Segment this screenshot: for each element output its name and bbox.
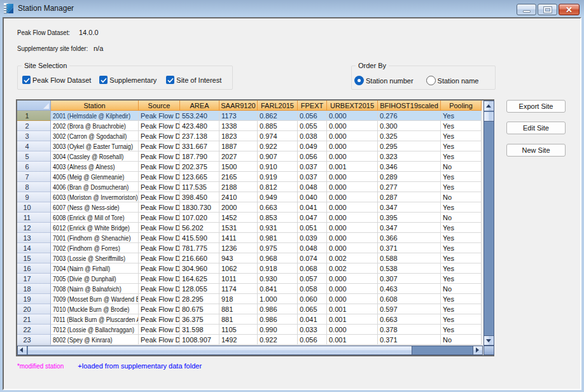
cell-farl[interactable]: 0.862 xyxy=(258,111,298,121)
cell-pooling[interactable]: No xyxy=(441,335,482,345)
cell-saar[interactable]: 2165 xyxy=(219,172,258,182)
cell-farl[interactable]: 0.841 xyxy=(258,284,298,294)
row-header[interactable]: 19 xyxy=(17,294,51,304)
cell-area[interactable]: 36.375 xyxy=(180,314,219,325)
table-row[interactable]: 197009 (Mosset Burn @ Wardend Bridge)Pea… xyxy=(17,294,482,304)
cell-area[interactable]: 216.660 xyxy=(180,253,219,263)
cell-station[interactable]: 3002 (Carron @ Sgodachail) xyxy=(51,131,139,141)
cell-urbext[interactable]: 0.000 xyxy=(327,131,378,141)
cell-area[interactable]: 331.667 xyxy=(180,141,219,151)
table-row[interactable]: 74005 (Meig @ Glenmeanie)Peak Flow Datas… xyxy=(17,172,482,182)
table-row[interactable]: 64003 (Alness @ Alness)Peak Flow Dataset… xyxy=(17,162,482,172)
row-header[interactable]: 17 xyxy=(17,274,51,284)
horizontal-scrollbar[interactable] xyxy=(17,346,483,355)
cell-saar[interactable]: 1174 xyxy=(219,284,258,294)
cell-bfihost[interactable]: 0.295 xyxy=(378,141,441,151)
cell-farl[interactable]: 0.974 xyxy=(258,131,298,141)
cell-source[interactable]: Peak Flow Dataset xyxy=(139,304,180,314)
cell-bfihost[interactable]: 0.371 xyxy=(378,335,441,345)
row-header[interactable]: 16 xyxy=(17,263,51,274)
cell-urbext[interactable]: 0.000 xyxy=(327,141,378,151)
table-row[interactable]: 43003 (Oykel @ Easter Turnaig)Peak Flow … xyxy=(17,141,482,151)
cell-saar[interactable]: 1887 xyxy=(219,141,258,151)
row-header[interactable]: 2 xyxy=(17,121,51,131)
table-row[interactable]: 53004 (Cassley @ Rosehall)Peak Flow Data… xyxy=(17,151,482,162)
cell-area[interactable]: 398.450 xyxy=(180,192,219,202)
cell-saar[interactable]: 1492 xyxy=(219,335,258,345)
cell-station[interactable]: 7001 (Findhorn @ Shenachie) xyxy=(51,233,139,243)
cell-area[interactable]: 164.625 xyxy=(180,274,219,284)
column-header-station[interactable]: Station xyxy=(51,101,139,111)
cell-station[interactable]: 7011 (Black Burn @ Pluscarden Abbey) xyxy=(51,314,139,325)
cell-urbext[interactable]: 0.000 xyxy=(327,202,378,213)
select-all-corner[interactable] xyxy=(17,101,51,111)
cell-saar[interactable]: 1105 xyxy=(219,325,258,335)
column-header-farl2015[interactable]: FARL2015 xyxy=(258,101,298,111)
cell-saar[interactable]: 943 xyxy=(219,253,258,263)
cell-saar[interactable]: 1062 xyxy=(219,263,258,274)
cell-bfihost[interactable]: 0.663 xyxy=(378,314,441,325)
cell-pooling[interactable]: No xyxy=(441,162,482,172)
cell-source[interactable]: Peak Flow Dataset xyxy=(139,141,180,151)
scroll-up-button[interactable] xyxy=(484,101,494,111)
cell-fpext[interactable]: 0.058 xyxy=(298,284,327,294)
cell-farl[interactable]: 0.885 xyxy=(258,121,298,131)
cell-farl[interactable]: 1.000 xyxy=(258,294,298,304)
cell-bfihost[interactable]: 0.366 xyxy=(378,233,441,243)
cell-pooling[interactable]: No xyxy=(441,192,482,202)
cell-pooling[interactable]: Yes xyxy=(441,233,482,243)
cell-urbext[interactable]: 0.000 xyxy=(327,274,378,284)
table-row[interactable]: 22002 (Brora @ Bruachrobie)Peak Flow Dat… xyxy=(17,121,482,131)
cell-fpext[interactable]: 0.048 xyxy=(298,243,327,253)
cell-farl[interactable]: 0.910 xyxy=(258,162,298,172)
row-header[interactable]: 7 xyxy=(17,172,51,182)
column-header-source[interactable]: Source xyxy=(139,101,180,111)
scroll-right-button[interactable] xyxy=(473,346,482,354)
cell-saar[interactable]: 1452 xyxy=(219,213,258,223)
cell-source[interactable]: Peak Flow Dataset xyxy=(139,284,180,294)
cell-saar[interactable]: 1823 xyxy=(219,131,258,141)
cell-area[interactable]: 1830.730 xyxy=(180,202,219,213)
checkbox-peak-flow-dataset[interactable]: Peak Flow Dataset xyxy=(22,76,91,84)
cell-bfihost[interactable]: 0.300 xyxy=(378,121,441,131)
cell-source[interactable]: Peak Flow Dataset xyxy=(139,274,180,284)
cell-area[interactable]: 237.138 xyxy=(180,131,219,141)
cell-station[interactable]: 2002 (Brora @ Bruachrobie) xyxy=(51,121,139,131)
cell-farl[interactable]: 0.986 xyxy=(258,304,298,314)
minimize-button[interactable] xyxy=(517,4,536,15)
cell-bfihost[interactable]: 0.347 xyxy=(378,223,441,233)
button-export-site[interactable]: Export Site xyxy=(506,100,566,113)
cell-urbext[interactable]: 0.000 xyxy=(327,223,378,233)
cell-saar[interactable]: 2410 xyxy=(219,192,258,202)
cell-pooling[interactable]: No xyxy=(441,284,482,294)
cell-area[interactable]: 31.598 xyxy=(180,325,219,335)
cell-area[interactable]: 415.590 xyxy=(180,233,219,243)
cell-farl[interactable]: 0.919 xyxy=(258,172,298,182)
cell-area[interactable]: 423.480 xyxy=(180,121,219,131)
cell-urbext[interactable]: 0.000 xyxy=(327,284,378,294)
cell-bfihost[interactable]: 0.395 xyxy=(378,213,441,223)
cell-fpext[interactable]: 0.039 xyxy=(298,233,327,243)
cell-source[interactable]: Peak Flow Dataset xyxy=(139,213,180,223)
cell-saar[interactable]: 881 xyxy=(219,314,258,325)
scroll-left-button[interactable] xyxy=(18,346,27,354)
cell-station[interactable]: 6012 (Enrick @ White Bridge) xyxy=(51,223,139,233)
cell-farl[interactable]: 0.922 xyxy=(258,335,298,345)
column-header-saar9120[interactable]: SAAR9120 xyxy=(219,101,258,111)
cell-saar[interactable]: 2188 xyxy=(219,182,258,192)
cell-fpext[interactable]: 0.037 xyxy=(298,162,327,172)
cell-area[interactable]: 187.790 xyxy=(180,151,219,162)
row-header[interactable]: 8 xyxy=(17,182,51,192)
cell-station[interactable]: 3003 (Oykel @ Easter Turnaig) xyxy=(51,141,139,151)
column-header-area[interactable]: AREA xyxy=(180,101,219,111)
cell-station[interactable]: 8002 (Spey @ Kinrara) xyxy=(51,335,139,345)
cell-farl[interactable]: 0.922 xyxy=(258,141,298,151)
cell-area[interactable]: 123.665 xyxy=(180,172,219,182)
cell-farl[interactable]: 0.981 xyxy=(258,233,298,243)
cell-pooling[interactable]: Yes xyxy=(441,223,482,233)
cell-area[interactable]: 304.960 xyxy=(180,263,219,274)
cell-saar[interactable]: 1236 xyxy=(219,243,258,253)
cell-fpext[interactable]: 0.047 xyxy=(298,213,327,223)
cell-fpext[interactable]: 0.038 xyxy=(298,131,327,141)
cell-station[interactable]: 4003 (Alness @ Alness) xyxy=(51,162,139,172)
